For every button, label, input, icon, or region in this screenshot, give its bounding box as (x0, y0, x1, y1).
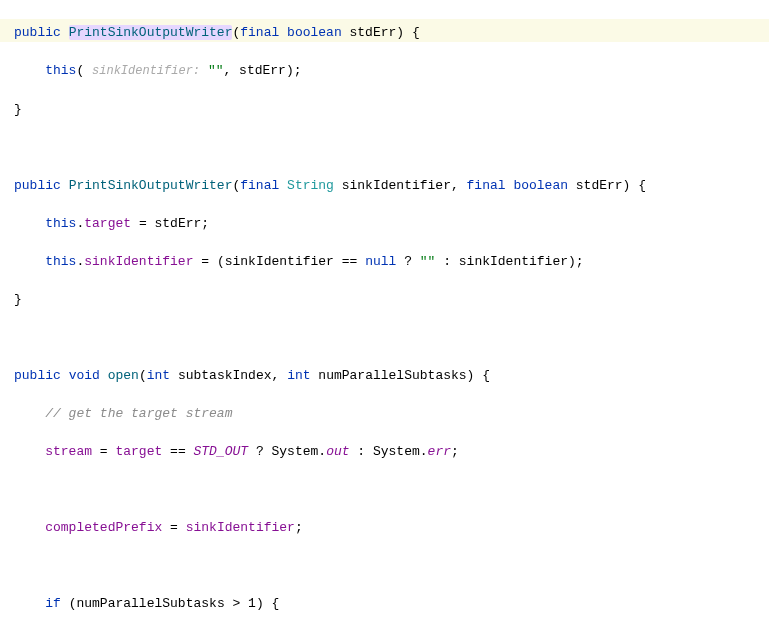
code-line: if (numParallelSubtasks > 1) { (14, 594, 755, 613)
code-line: this.target = stdErr; (14, 214, 755, 233)
code-editor[interactable]: public PrintSinkOutputWriter(final boole… (0, 0, 769, 634)
code-line: // get the target stream (14, 404, 755, 423)
code-line: this( sinkIdentifier: "", stdErr); (14, 61, 755, 81)
code-line: public PrintSinkOutputWriter(final boole… (0, 19, 769, 42)
blank-line (14, 480, 755, 499)
blank-line (14, 138, 755, 157)
code-line: this.sinkIdentifier = (sinkIdentifier ==… (14, 252, 755, 271)
blank-line (14, 328, 755, 347)
code-line: public PrintSinkOutputWriter(final Strin… (14, 176, 755, 195)
code-line: public void open(int subtaskIndex, int n… (14, 366, 755, 385)
comment: // get the target stream (45, 406, 232, 421)
code-line: completedPrefix = sinkIdentifier; (14, 518, 755, 537)
code-line: } (14, 100, 755, 119)
blank-line (14, 556, 755, 575)
code-line: } (14, 290, 755, 309)
code-line: stream = target == STD_OUT ? System.out … (14, 442, 755, 461)
parameter-hint: sinkIdentifier: (92, 64, 200, 78)
